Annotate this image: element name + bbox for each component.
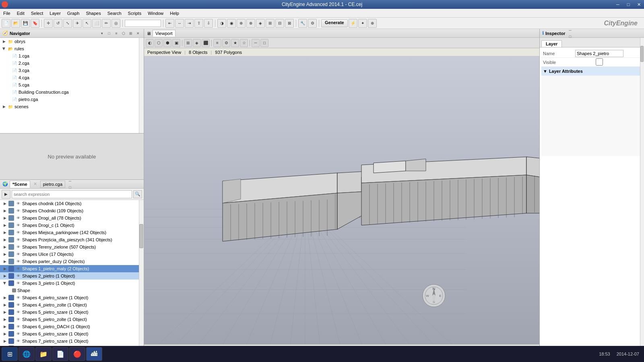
tree-item-4cga[interactable]: 📄 4.cga bbox=[0, 74, 139, 81]
gen-opt-a[interactable]: ⚡ bbox=[349, 19, 357, 28]
navigator-scrollbar[interactable] bbox=[139, 38, 144, 133]
prop-visible-checkbox[interactable] bbox=[575, 58, 623, 66]
vt-opt-b[interactable]: ⚙ bbox=[222, 39, 230, 47]
navigator-new-btn[interactable]: □ bbox=[106, 30, 112, 37]
menu-select[interactable]: Select bbox=[28, 9, 47, 18]
scene-minimize-btn[interactable]: ─ bbox=[67, 178, 73, 184]
shape-d[interactable]: ⊗ bbox=[246, 19, 255, 28]
shape-c[interactable]: ⊕ bbox=[237, 19, 246, 28]
save-button[interactable]: 💾 bbox=[21, 19, 30, 28]
shape-e[interactable]: ◈ bbox=[256, 19, 265, 28]
navigator-expand-btn[interactable]: ⊞ bbox=[128, 30, 134, 37]
vt-shade-a[interactable]: ◐ bbox=[146, 39, 154, 47]
scene-item-drogi-c[interactable]: ▶ 👁 Shapes Drogi_c (1 Object) bbox=[0, 222, 144, 229]
minimize-button[interactable]: ─ bbox=[613, 0, 623, 9]
menu-layer[interactable]: Layer bbox=[46, 9, 64, 18]
scene-item-4-zolte[interactable]: ▶ 👁 Shapes 4_pietro_zolte (1 Object) bbox=[0, 301, 144, 309]
tree-item-2cga[interactable]: 📄 2.cga bbox=[0, 60, 139, 67]
shape-h[interactable]: ⊠ bbox=[285, 19, 294, 28]
navigator-menu-btn[interactable]: ▾ bbox=[99, 30, 105, 37]
navigator-close-btn[interactable]: ✕ bbox=[135, 30, 141, 37]
tree-item-3cga[interactable]: 📄 3.cga bbox=[0, 67, 139, 74]
scene-item-6-szare[interactable]: ▶ 👁 Shapes 6_pietro_szare (1 Object) bbox=[0, 330, 144, 337]
scene-file-tab[interactable]: pietro.cga bbox=[40, 181, 65, 188]
tool-target[interactable]: ◎ bbox=[111, 19, 120, 28]
tree-item-buildingcga[interactable]: 📄 Building Construction.cga bbox=[0, 88, 139, 96]
close-button[interactable]: ✕ bbox=[634, 0, 644, 9]
prop-name-input[interactable] bbox=[575, 50, 623, 57]
tree-item-scenes[interactable]: ▶ 📁 scenes bbox=[0, 103, 139, 110]
scene-item-2-pietro[interactable]: ▶ 👁 Shapes 2_pietro (1 Object) bbox=[0, 272, 144, 280]
shape-a[interactable]: ◑ bbox=[217, 19, 226, 28]
menu-help[interactable]: Help bbox=[167, 9, 182, 18]
inspector-layer-tab[interactable]: Layer bbox=[541, 40, 562, 47]
align-down[interactable]: ⇩ bbox=[204, 19, 213, 28]
render-b[interactable]: ⚙ bbox=[308, 19, 317, 28]
menu-edit[interactable]: Edit bbox=[14, 9, 28, 18]
shape-b[interactable]: ◉ bbox=[227, 19, 236, 28]
open-button[interactable]: 📂 bbox=[11, 19, 20, 28]
gen-opt-b[interactable]: ✦ bbox=[358, 19, 367, 28]
layer-attributes-section[interactable]: ▼ Layer Attributes bbox=[541, 67, 642, 76]
tool-fly[interactable]: ✈ bbox=[73, 19, 82, 28]
taskbar-browser[interactable]: 🌐 bbox=[19, 347, 35, 361]
generate-button[interactable]: Generate bbox=[321, 19, 348, 27]
vt-nav-b[interactable]: ◈ bbox=[193, 39, 201, 47]
scene-tab[interactable]: *Scene bbox=[10, 181, 30, 188]
tool-edit[interactable]: ✏ bbox=[102, 19, 111, 28]
viewport-canvas[interactable]: N S W E bbox=[144, 56, 539, 344]
scene-item-drogi-all[interactable]: ▶ 👁 Shapes Drogi_all (78 Objects) bbox=[0, 214, 144, 222]
align-up[interactable]: ⇧ bbox=[194, 19, 203, 28]
vt-shade-c[interactable]: ⬢ bbox=[163, 39, 171, 47]
inspector-scrollbar[interactable] bbox=[640, 38, 644, 352]
vt-opt-c[interactable]: ★ bbox=[231, 39, 239, 47]
menu-scripts[interactable]: Scripts bbox=[125, 9, 145, 18]
vt-opt-a[interactable]: ≡ bbox=[213, 39, 221, 47]
scene-item-5-szare[interactable]: ▶ 👁 Shapes 5_pietro_szare (1 Object) bbox=[0, 309, 144, 316]
taskbar-app1[interactable]: 🔴 bbox=[69, 347, 85, 361]
bookmark-button[interactable]: 🔖 bbox=[31, 19, 39, 28]
vt-minimize[interactable]: ─ bbox=[252, 39, 260, 47]
align-left[interactable]: ⇤ bbox=[165, 19, 174, 28]
inspector-minimize-btn[interactable]: ─ bbox=[567, 27, 574, 33]
taskbar-cityengine[interactable]: 🏙 bbox=[86, 347, 102, 361]
vt-maximize[interactable]: □ bbox=[260, 39, 268, 47]
start-button[interactable]: ⊞ bbox=[2, 347, 18, 361]
vt-nav-a[interactable]: ⊞ bbox=[184, 39, 192, 47]
scene-arrow-btn[interactable]: ▶ bbox=[2, 190, 10, 199]
tree-item-pietrocga[interactable]: 📄 pietro.cga bbox=[0, 96, 139, 103]
tool-scale[interactable]: ⤡ bbox=[63, 19, 72, 28]
shape-g[interactable]: ⊟ bbox=[275, 19, 284, 28]
tool-rotate[interactable]: ↺ bbox=[54, 19, 62, 28]
shape-f[interactable]: ⊞ bbox=[266, 19, 275, 28]
render-a[interactable]: 🔧 bbox=[298, 19, 307, 28]
scene-item-parter[interactable]: ▶ 👁 Shapes parter_duzy (2 Objects) bbox=[0, 258, 144, 265]
align-center[interactable]: ↔ bbox=[175, 19, 184, 28]
scene-item-3-pietro[interactable]: ▶ 👁 Shapes 3_pietro (1 Object) bbox=[0, 280, 144, 287]
menu-search[interactable]: Search bbox=[104, 9, 125, 18]
scene-item-miejsca[interactable]: ▶ 👁 Shapes Miejsca_parkingowe (142 Objec… bbox=[0, 229, 144, 236]
tree-item-rules[interactable]: ▶ 📂 rules bbox=[0, 45, 139, 52]
scene-item-1-pietro[interactable]: ▶ 👁 Shapes 1_pietro_maly (2 Objects) bbox=[0, 265, 144, 272]
scene-item-tereny[interactable]: ▶ 👁 Shapes Tereny_zielone (507 Objects) bbox=[0, 243, 144, 251]
vt-opt-d[interactable]: ☆ bbox=[240, 39, 248, 47]
scene-item-chodnik[interactable]: ▶ 👁 Shapes chodnik (104 Objects) bbox=[0, 200, 144, 207]
vt-shade-b[interactable]: ⬡ bbox=[155, 39, 163, 47]
tree-item-obrys[interactable]: ▶ 📁 obrys bbox=[0, 38, 139, 45]
scene-search-btn[interactable]: 🔍 bbox=[133, 190, 142, 198]
scene-item-przejscia[interactable]: ▶ 👁 Shapes Przejścia_dla_pieszych (341 O… bbox=[0, 236, 144, 243]
menu-window[interactable]: Window bbox=[144, 9, 167, 18]
scene-scrollbar[interactable] bbox=[139, 200, 144, 352]
vt-shade-d[interactable]: ▣ bbox=[172, 39, 180, 47]
tree-item-5cga[interactable]: 📄 5.cga bbox=[0, 81, 139, 88]
scene-search[interactable] bbox=[12, 190, 132, 198]
scene-item-7-szare[interactable]: ▶ 👁 Shapes 7_pietro_szare (1 Object) bbox=[0, 337, 144, 345]
taskbar-text[interactable]: 📄 bbox=[52, 347, 68, 361]
navigator-filter-btn[interactable]: ⬡ bbox=[120, 30, 127, 37]
scene-item-ulice[interactable]: ▶ 👁 Shapes Ulice (17 Objects) bbox=[0, 251, 144, 258]
menu-shapes[interactable]: Shapes bbox=[83, 9, 104, 18]
taskbar-files[interactable]: 📁 bbox=[35, 347, 52, 361]
new-button[interactable]: 📄 bbox=[2, 19, 10, 28]
scene-item-chodniki[interactable]: ▶ 👁 Shapes Chodniki (109 Objects) bbox=[0, 207, 144, 214]
scene-item-6-dach[interactable]: ▶ 👁 Shapes 6_pietro_DACH (1 Object) bbox=[0, 323, 144, 330]
